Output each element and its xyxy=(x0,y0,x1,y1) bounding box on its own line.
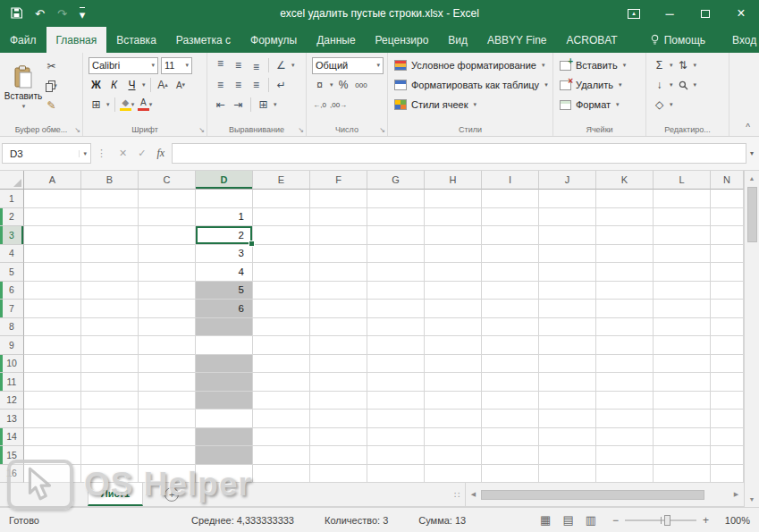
cell-J15[interactable] xyxy=(539,446,596,465)
align-right-button[interactable]: ≡ xyxy=(249,77,264,93)
page-break-view-icon[interactable]: ▥ xyxy=(586,513,596,527)
cell-D11[interactable] xyxy=(196,373,253,392)
cell-E2[interactable] xyxy=(253,208,310,227)
cell-G15[interactable] xyxy=(367,446,425,465)
cell-H6[interactable] xyxy=(425,282,482,300)
number-format-combo[interactable]: Общий▾ xyxy=(312,57,384,74)
borders-button[interactable]: ⊞ xyxy=(89,97,104,113)
vertical-scrollbar[interactable]: ▲ ▼ xyxy=(744,171,759,507)
tab-splitter-grip[interactable]: ∷ xyxy=(454,490,460,500)
cell-G2[interactable] xyxy=(367,208,425,227)
cell-E13[interactable] xyxy=(253,410,310,428)
cell-L7[interactable] xyxy=(654,300,711,318)
cell-D5[interactable]: 4 xyxy=(196,263,253,282)
cell-K13[interactable] xyxy=(596,410,654,428)
row-header-8[interactable]: 8 xyxy=(0,318,24,337)
cell-E14[interactable] xyxy=(253,428,310,447)
cell-C7[interactable] xyxy=(139,300,196,318)
cell-A13[interactable] xyxy=(24,410,81,428)
cell-H2[interactable] xyxy=(425,208,482,227)
row-header-13[interactable]: 13 xyxy=(0,410,24,428)
cell-N2[interactable] xyxy=(711,208,744,227)
cell-H15[interactable] xyxy=(425,446,482,465)
cell-L11[interactable] xyxy=(654,373,711,392)
cell-A1[interactable] xyxy=(24,190,81,208)
row-header-2[interactable]: 2 xyxy=(0,208,24,227)
cell-G11[interactable] xyxy=(367,373,425,392)
cell-H13[interactable] xyxy=(425,410,482,428)
cell-L16[interactable] xyxy=(654,465,711,484)
cell-I3[interactable] xyxy=(482,226,539,245)
cell-J2[interactable] xyxy=(539,208,596,227)
zoom-slider-thumb[interactable] xyxy=(664,515,670,526)
cell-K4[interactable] xyxy=(596,245,654,264)
formula-input[interactable] xyxy=(172,143,746,164)
align-left-button[interactable]: ≡ xyxy=(213,77,228,93)
increase-decimal-button[interactable]: ←,0 xyxy=(312,97,327,113)
cell-I9[interactable] xyxy=(482,336,539,355)
cell-C10[interactable] xyxy=(139,355,196,374)
cell-C4[interactable] xyxy=(139,245,196,264)
column-header-E[interactable]: E xyxy=(253,171,310,190)
cell-L14[interactable] xyxy=(654,428,711,447)
column-header-C[interactable]: C xyxy=(139,171,196,190)
cell-J9[interactable] xyxy=(539,336,596,355)
cell-A9[interactable] xyxy=(24,336,81,355)
tab-view[interactable]: Вид xyxy=(438,27,477,53)
orientation-button[interactable]: ∠ xyxy=(274,57,289,73)
tab-review[interactable]: Рецензиро xyxy=(366,27,439,53)
cell-H4[interactable] xyxy=(425,245,482,264)
normal-view-icon[interactable]: ▦ xyxy=(540,513,551,527)
decrease-decimal-button[interactable]: ,00→ xyxy=(330,97,347,113)
column-header-N[interactable]: N xyxy=(711,171,744,190)
italic-button[interactable]: К xyxy=(106,77,122,93)
cell-C8[interactable] xyxy=(139,318,196,337)
cell-I10[interactable] xyxy=(482,355,539,374)
increase-indent-button[interactable]: ⇥ xyxy=(231,97,246,113)
tab-acrobat[interactable]: ACROBAT xyxy=(557,27,628,53)
cell-G13[interactable] xyxy=(367,410,425,428)
cell-D10[interactable] xyxy=(196,355,253,374)
align-bottom-button[interactable]: ≡ xyxy=(249,57,264,73)
scroll-up-icon[interactable]: ▲ xyxy=(745,171,759,186)
cell-L12[interactable] xyxy=(654,392,711,410)
cell-I4[interactable] xyxy=(482,245,539,264)
cell-D6[interactable]: 5 xyxy=(196,282,253,300)
cell-N4[interactable] xyxy=(711,245,744,264)
cell-N13[interactable] xyxy=(711,410,744,428)
horizontal-scrollbar-thumb[interactable] xyxy=(481,490,704,500)
cell-E4[interactable] xyxy=(253,245,310,264)
save-icon[interactable] xyxy=(11,7,22,21)
tab-home[interactable]: Главная xyxy=(46,27,107,53)
cell-C3[interactable] xyxy=(139,226,196,245)
tab-help[interactable]: Помощь xyxy=(640,27,715,53)
cell-J6[interactable] xyxy=(539,282,596,300)
font-name-combo[interactable]: Calibri▾ xyxy=(89,57,158,74)
alignment-dialog-launcher[interactable]: ↘ xyxy=(298,126,304,134)
cell-L5[interactable] xyxy=(654,263,711,282)
cell-J8[interactable] xyxy=(539,318,596,337)
cell-J10[interactable] xyxy=(539,355,596,374)
cell-K9[interactable] xyxy=(596,336,654,355)
minimize-button[interactable]: ─ xyxy=(652,0,687,27)
cell-G14[interactable] xyxy=(367,428,425,447)
cell-L6[interactable] xyxy=(654,282,711,300)
cell-H5[interactable] xyxy=(425,263,482,282)
column-header-D[interactable]: D xyxy=(196,171,253,190)
font-size-combo[interactable]: 11▾ xyxy=(161,57,192,74)
cell-B11[interactable] xyxy=(81,373,139,392)
cell-E12[interactable] xyxy=(253,392,310,410)
row-header-10[interactable]: 10 xyxy=(0,355,24,374)
cell-N3[interactable] xyxy=(711,226,744,245)
cell-L15[interactable] xyxy=(654,446,711,465)
cell-F8[interactable] xyxy=(310,318,367,337)
cell-K10[interactable] xyxy=(596,355,654,374)
expand-formula-bar-icon[interactable]: ▾ xyxy=(750,149,754,157)
cell-L8[interactable] xyxy=(654,318,711,337)
cell-B1[interactable] xyxy=(81,190,139,208)
column-header-A[interactable]: A xyxy=(24,171,81,190)
cell-H16[interactable] xyxy=(425,465,482,484)
cell-F10[interactable] xyxy=(310,355,367,374)
cell-J11[interactable] xyxy=(539,373,596,392)
cell-K8[interactable] xyxy=(596,318,654,337)
